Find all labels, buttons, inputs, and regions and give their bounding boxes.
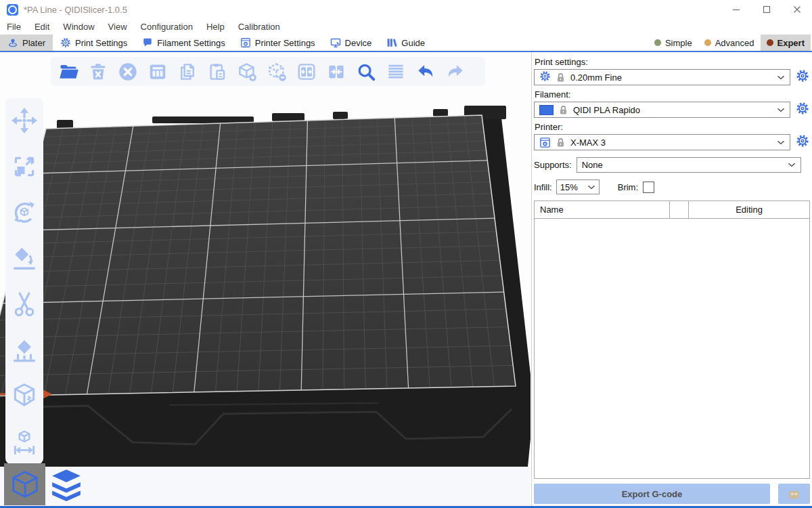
add-instance-icon bbox=[237, 62, 257, 82]
column-header-blank bbox=[670, 201, 689, 218]
redo-button[interactable] bbox=[445, 61, 466, 82]
lock-icon bbox=[559, 105, 568, 115]
minimize-button[interactable] bbox=[721, 0, 751, 19]
tab-plater[interactable]: Plater bbox=[0, 35, 53, 51]
split-parts-button[interactable] bbox=[325, 61, 346, 82]
title-bar: *PA Line - QIDISlicer-1.0.5 bbox=[0, 0, 812, 19]
edit-printer-button[interactable] bbox=[795, 135, 810, 150]
chevron-down-icon bbox=[777, 75, 785, 80]
supports-combo[interactable]: None bbox=[577, 157, 801, 173]
mode-simple[interactable]: Simple bbox=[648, 35, 698, 51]
app-logo-icon bbox=[7, 4, 18, 16]
cut-tool-button[interactable] bbox=[10, 290, 39, 318]
arrange-icon bbox=[148, 62, 168, 82]
menu-window[interactable]: Window bbox=[56, 19, 101, 35]
paste-button[interactable] bbox=[206, 61, 227, 82]
maximize-button[interactable] bbox=[751, 0, 782, 19]
rotate-icon bbox=[10, 198, 39, 226]
undo-button[interactable] bbox=[415, 61, 436, 82]
menu-bar: FileEditWindowViewConfigurationHelpCalib… bbox=[0, 19, 812, 35]
remove-instance-icon bbox=[267, 62, 287, 82]
search-button[interactable] bbox=[355, 61, 376, 82]
mode-label: Expert bbox=[777, 38, 805, 48]
paint-supports-icon bbox=[10, 336, 39, 364]
lock-icon bbox=[556, 137, 565, 148]
open-folder-icon bbox=[58, 62, 78, 82]
copy-button[interactable] bbox=[177, 61, 198, 82]
tab-filament-settings[interactable]: Filament Settings bbox=[135, 35, 232, 51]
preview-view-button[interactable] bbox=[45, 463, 87, 505]
infill-value: 15% bbox=[560, 182, 578, 192]
edit-print-settings-button[interactable] bbox=[795, 70, 810, 85]
menu-configuration[interactable]: Configuration bbox=[134, 19, 200, 35]
measure-icon bbox=[10, 427, 39, 456]
measure-tool-button[interactable] bbox=[10, 427, 39, 456]
arrange-button[interactable] bbox=[147, 61, 168, 82]
delete-button[interactable] bbox=[87, 61, 108, 82]
3d-editor-view-button[interactable] bbox=[4, 463, 45, 505]
chevron-down-icon bbox=[777, 140, 785, 145]
delete-all-button[interactable] bbox=[117, 61, 138, 82]
print-settings-value: 0.20mm Fine bbox=[570, 72, 622, 83]
viewport-3d[interactable] bbox=[0, 52, 531, 508]
move-tool-button[interactable] bbox=[10, 106, 39, 135]
place-on-face-tool-button[interactable] bbox=[10, 244, 39, 272]
menu-help[interactable]: Help bbox=[200, 19, 231, 35]
split-objects-button[interactable] bbox=[296, 61, 317, 82]
tab-guide[interactable]: Guide bbox=[379, 35, 432, 51]
tab-bar: PlaterPrint SettingsFilament SettingsPri… bbox=[0, 35, 812, 52]
device-icon bbox=[330, 37, 341, 48]
tab-print-settings[interactable]: Print Settings bbox=[53, 35, 135, 51]
print-settings-combo[interactable]: 0.20mm Fine bbox=[534, 69, 790, 85]
tab-printer-settings[interactable]: Printer Settings bbox=[233, 35, 323, 51]
export-to-sd-button[interactable] bbox=[778, 484, 810, 504]
edit-filament-button[interactable] bbox=[795, 102, 810, 117]
menu-view[interactable]: View bbox=[102, 19, 134, 35]
filament-combo[interactable]: QIDI PLA Rapido bbox=[534, 102, 790, 118]
gear-icon bbox=[539, 70, 551, 85]
mode-advanced[interactable]: Advanced bbox=[698, 35, 761, 51]
supports-value: None bbox=[582, 160, 603, 170]
infill-label: Infill: bbox=[534, 182, 552, 192]
plater-icon bbox=[7, 37, 18, 48]
scale-tool-button[interactable] bbox=[10, 152, 39, 181]
filament-label: Filament: bbox=[535, 89, 810, 100]
chevron-down-icon bbox=[788, 163, 796, 167]
print-bed-scene[interactable] bbox=[0, 52, 531, 467]
tab-label: Guide bbox=[401, 38, 425, 48]
printer-icon bbox=[539, 137, 551, 148]
remove-instance-button[interactable] bbox=[266, 61, 287, 82]
qidislicer-window: *PA Line - QIDISlicer-1.0.5 FileEditWind… bbox=[0, 0, 812, 508]
tab-device[interactable]: Device bbox=[323, 35, 380, 51]
add-instance-button[interactable] bbox=[236, 61, 257, 82]
brim-checkbox[interactable] bbox=[643, 182, 654, 193]
menu-edit[interactable]: Edit bbox=[28, 19, 56, 35]
paint-supports-tool-button[interactable] bbox=[10, 336, 39, 364]
menu-file[interactable]: File bbox=[0, 19, 28, 35]
infill-combo[interactable]: 15% bbox=[556, 179, 600, 194]
close-button[interactable] bbox=[782, 0, 812, 19]
cube-icon bbox=[9, 469, 41, 500]
guide-icon bbox=[386, 37, 397, 48]
tab-label: Device bbox=[345, 38, 372, 48]
mode-dot-icon bbox=[767, 39, 773, 46]
object-list[interactable]: Name Editing bbox=[534, 200, 810, 479]
redo-icon bbox=[445, 62, 466, 82]
printer-combo[interactable]: X-MAX 3 bbox=[534, 134, 790, 150]
mode-switch: SimpleAdvancedExpert bbox=[648, 35, 812, 51]
object-list-body bbox=[535, 219, 809, 478]
print-settings-label: Print settings: bbox=[535, 57, 810, 67]
open-button[interactable] bbox=[58, 61, 78, 82]
mode-expert[interactable]: Expert bbox=[761, 35, 811, 51]
supports-label: Supports: bbox=[534, 160, 572, 170]
menu-calibration[interactable]: Calibration bbox=[231, 19, 287, 35]
plater-toolbar bbox=[51, 57, 485, 86]
seam-tool-button[interactable] bbox=[10, 381, 39, 410]
undo-icon bbox=[415, 62, 436, 82]
split-objects-icon bbox=[296, 62, 317, 82]
export-gcode-button[interactable]: Export G-code bbox=[534, 484, 770, 504]
variable-layer-height-button[interactable] bbox=[385, 61, 406, 82]
search-icon bbox=[356, 62, 376, 82]
rotate-tool-button[interactable] bbox=[10, 198, 39, 226]
tab-label: Plater bbox=[22, 38, 45, 48]
